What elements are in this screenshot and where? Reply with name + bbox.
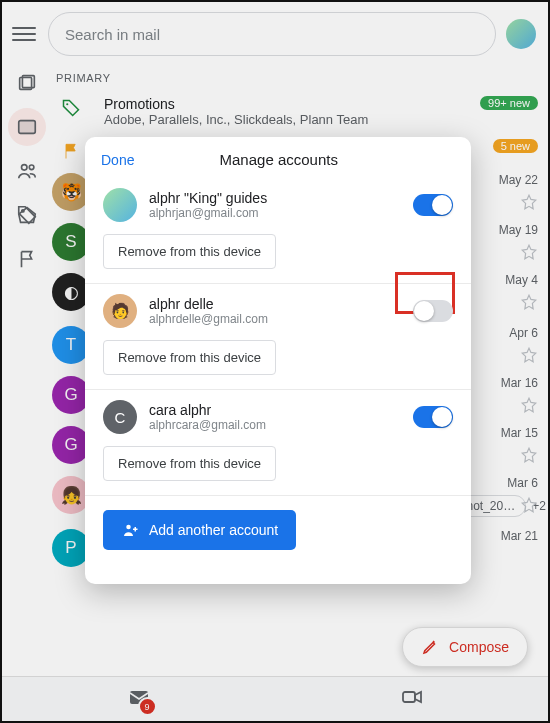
star-icon[interactable] bbox=[520, 243, 538, 261]
primary-label: PRIMARY bbox=[52, 64, 538, 90]
search-input[interactable]: Search in mail bbox=[48, 12, 496, 56]
dialog-title: Manage accounts bbox=[102, 151, 455, 168]
category-subtitle: Adobe, Parallels, Inc., Slickdeals, Plan… bbox=[104, 112, 462, 127]
account-avatar: C bbox=[103, 400, 137, 434]
account-avatar bbox=[103, 188, 137, 222]
star-icon[interactable] bbox=[520, 446, 538, 464]
mail-date: May 4 bbox=[505, 273, 538, 287]
account-toggle[interactable] bbox=[413, 300, 453, 322]
account-item: C cara alphr alphrcara@gmail.com Remove … bbox=[85, 390, 471, 496]
add-another-account-button[interactable]: Add another account bbox=[103, 510, 296, 550]
remove-from-device-button[interactable]: Remove from this device bbox=[103, 340, 276, 375]
star-icon[interactable] bbox=[520, 346, 538, 364]
account-email: alphrdelle@gmail.com bbox=[149, 312, 268, 326]
svg-point-6 bbox=[22, 210, 24, 212]
mail-date: May 22 bbox=[499, 173, 538, 187]
manage-accounts-dialog: Done Manage accounts alphr "King" guides… bbox=[85, 137, 471, 584]
star-icon[interactable] bbox=[520, 396, 538, 414]
remove-from-device-button[interactable]: Remove from this device bbox=[103, 446, 276, 481]
unread-badge: 9 bbox=[138, 697, 157, 716]
mail-date: May 19 bbox=[499, 223, 538, 237]
profile-avatar[interactable] bbox=[506, 19, 536, 49]
bottom-nav: 9 bbox=[2, 676, 548, 721]
account-toggle[interactable] bbox=[413, 406, 453, 428]
nav-rail bbox=[2, 64, 52, 673]
mail-date: Apr 6 bbox=[509, 326, 538, 340]
person-add-icon bbox=[121, 521, 139, 539]
mail-date: Mar 21 bbox=[501, 529, 538, 543]
account-toggle[interactable] bbox=[413, 194, 453, 216]
svg-rect-2 bbox=[19, 121, 36, 134]
promotions-nav-icon[interactable] bbox=[16, 204, 38, 226]
compose-label: Compose bbox=[449, 639, 509, 655]
svg-point-4 bbox=[22, 165, 28, 171]
tag-icon bbox=[52, 96, 90, 118]
svg-point-7 bbox=[66, 103, 68, 105]
all-inboxes-icon[interactable] bbox=[16, 72, 38, 94]
compose-button[interactable]: Compose bbox=[402, 627, 528, 667]
new-badge: 99+ new bbox=[480, 96, 538, 110]
category-title: Promotions bbox=[104, 96, 462, 112]
account-avatar: 🧑 bbox=[103, 294, 137, 328]
social-icon[interactable] bbox=[16, 160, 38, 182]
svg-point-5 bbox=[29, 165, 34, 170]
mail-date: Mar 15 bbox=[501, 426, 538, 440]
primary-icon[interactable] bbox=[8, 108, 46, 146]
account-email: alphrcara@gmail.com bbox=[149, 418, 266, 432]
mail-tab[interactable]: 9 bbox=[127, 685, 151, 713]
svg-rect-10 bbox=[403, 692, 415, 702]
mail-date: Mar 6 bbox=[507, 476, 538, 490]
account-name: cara alphr bbox=[149, 402, 266, 418]
star-icon[interactable] bbox=[520, 496, 538, 514]
account-name: alphr delle bbox=[149, 296, 268, 312]
menu-icon[interactable] bbox=[10, 22, 38, 46]
account-email: alphrjan@gmail.com bbox=[149, 206, 267, 220]
account-name: alphr "King" guides bbox=[149, 190, 267, 206]
meet-tab[interactable] bbox=[400, 685, 424, 713]
pencil-icon bbox=[421, 638, 439, 656]
category-promotions[interactable]: Promotions Adobe, Parallels, Inc., Slick… bbox=[52, 90, 538, 133]
mail-date: Mar 16 bbox=[501, 376, 538, 390]
star-icon[interactable] bbox=[520, 293, 538, 311]
flag-icon[interactable] bbox=[16, 248, 38, 270]
svg-point-8 bbox=[126, 525, 131, 530]
remove-from-device-button[interactable]: Remove from this device bbox=[103, 234, 276, 269]
video-icon bbox=[400, 685, 424, 709]
account-item: alphr "King" guides alphrjan@gmail.com R… bbox=[85, 178, 471, 284]
new-badge: 5 new bbox=[493, 139, 538, 153]
star-icon[interactable] bbox=[520, 193, 538, 211]
account-item: 🧑 alphr delle alphrdelle@gmail.com Remov… bbox=[85, 284, 471, 390]
add-account-label: Add another account bbox=[149, 522, 278, 538]
